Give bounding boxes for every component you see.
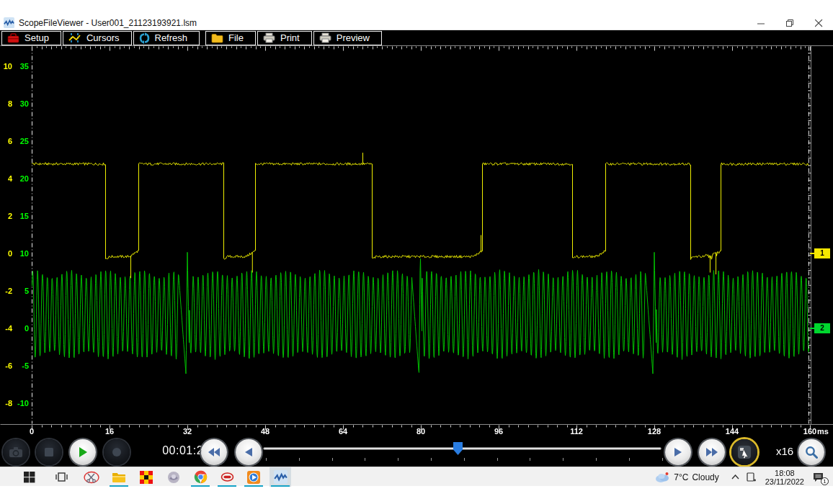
time-axis-label: 96 [494, 427, 503, 436]
slider-tick [563, 458, 564, 461]
weather-temp: 7°C [674, 472, 688, 482]
gray-app-icon [167, 471, 180, 484]
snip-tool-button[interactable] [81, 467, 102, 487]
time-axis-label: 64 [339, 427, 347, 436]
clock-date: 23/11/2022 [765, 477, 804, 486]
ch2-axis-label: 0 [13, 324, 29, 333]
channel-1-marker[interactable]: 1 [814, 248, 830, 258]
ch1-axis-label: -8 [0, 399, 12, 408]
cursors-button[interactable]: Cursors [63, 31, 132, 45]
tray-device-button[interactable] [744, 467, 760, 487]
tray-expand-button[interactable] [728, 467, 744, 487]
title-bar: ScopeFileViewer - User001_21123193921.ls… [0, 16, 833, 30]
minimize-button[interactable] [747, 16, 775, 30]
running-indicator [191, 485, 210, 487]
fast-forward-button[interactable] [699, 439, 725, 465]
ch2-axis-label: 35 [13, 62, 29, 71]
clock-time: 18:08 [765, 469, 804, 477]
time-axis-label: 32 [183, 427, 192, 436]
notification-center-button[interactable]: 1 [810, 467, 826, 487]
setup-button[interactable]: Setup [1, 31, 61, 45]
time-axis-label: 80 [416, 427, 425, 436]
ch1-axis-label: -6 [0, 361, 12, 370]
record-icon [111, 446, 122, 458]
time-axis-unit: ms [817, 427, 829, 436]
ch2-axis-label: -5 [13, 361, 29, 370]
restore-button[interactable] [775, 16, 804, 30]
refresh-label: Refresh [155, 32, 188, 43]
ch1-axis-label: 2 [0, 212, 12, 220]
stop-button[interactable] [36, 439, 62, 465]
running-indicator [244, 485, 263, 487]
restore-icon [786, 19, 794, 27]
app-gray-button[interactable] [163, 467, 184, 487]
camera-icon [9, 446, 23, 458]
slider-tick [431, 458, 432, 461]
chrome-button[interactable] [190, 467, 211, 487]
minimize-icon [757, 19, 765, 27]
taskbar-clock[interactable]: 18:08 23/11/2022 [765, 469, 804, 486]
app-checkered-button[interactable] [135, 467, 157, 487]
time-axis-label: 144 [726, 427, 739, 436]
refresh-icon [139, 32, 150, 44]
position-slider [262, 437, 663, 467]
scissors-icon [84, 471, 99, 484]
close-button[interactable] [804, 16, 833, 30]
weather-widget[interactable]: 7°C Cloudy [654, 472, 719, 483]
running-indicator [218, 485, 236, 487]
time-axis-label: 160 [803, 427, 816, 436]
file-explorer-button[interactable] [108, 467, 130, 487]
media-player-button[interactable] [243, 467, 264, 487]
slider-tick [299, 458, 300, 461]
device-icon [747, 472, 756, 482]
rewind-button[interactable] [201, 439, 227, 465]
snapshot-button[interactable] [3, 439, 29, 465]
slider-tick [266, 458, 267, 461]
slider-tick [662, 458, 663, 461]
system-tray: 7°C Cloudy 18:08 23/11/2022 [654, 467, 833, 487]
zoom-button[interactable] [798, 439, 824, 465]
folder-icon [211, 33, 223, 43]
preview-label: Preview [337, 32, 370, 43]
scope-viewer-button[interactable] [270, 467, 291, 487]
refresh-button[interactable]: Refresh [133, 31, 200, 45]
ch1-axis-label: -4 [0, 324, 12, 333]
windows-taskbar: 7°C Cloudy 18:08 23/11/2022 [0, 467, 833, 486]
start-button[interactable] [19, 467, 40, 487]
ch2-axis-label: 30 [13, 99, 29, 108]
ch2-axis-label: 10 [13, 249, 29, 258]
setup-label: Setup [24, 32, 49, 43]
time-axis-label: 48 [261, 427, 270, 436]
stop-icon [44, 447, 54, 457]
channel-2-marker[interactable]: 2 [814, 323, 830, 333]
time-axis-label: 0 [30, 427, 34, 436]
waveform-canvas[interactable] [0, 45, 833, 437]
slider-thumb[interactable] [453, 442, 463, 455]
ch1-axis-label: 4 [0, 174, 12, 183]
ch2-axis-label: 20 [13, 174, 29, 183]
app-red-oval-button[interactable] [216, 467, 238, 487]
time-axis-label: 112 [570, 427, 583, 436]
play-button[interactable] [70, 439, 96, 465]
rewind-icon [208, 447, 220, 457]
print-button[interactable]: Print [257, 31, 312, 45]
file-button[interactable]: File [205, 31, 256, 45]
slider-tick [629, 458, 630, 461]
windows-logo-icon [24, 472, 35, 483]
step-forward-button[interactable] [665, 439, 691, 465]
speed-readout: x16 [770, 445, 799, 457]
fast-forward-icon [705, 447, 718, 457]
step-back-button[interactable] [236, 439, 262, 465]
task-view-button[interactable] [50, 467, 72, 487]
preview-button[interactable]: Preview [313, 31, 382, 45]
chrome-icon [194, 470, 208, 484]
ch1-axis-label: -2 [0, 287, 12, 295]
slider-tick [497, 458, 498, 461]
slider-tick [464, 458, 465, 461]
slider-tick [530, 458, 530, 461]
weather-condition: Cloudy [692, 472, 718, 482]
media-player-icon [247, 471, 260, 484]
pointer-tool-button[interactable] [731, 439, 757, 465]
printer-icon [263, 32, 275, 43]
record-button[interactable] [104, 439, 130, 465]
